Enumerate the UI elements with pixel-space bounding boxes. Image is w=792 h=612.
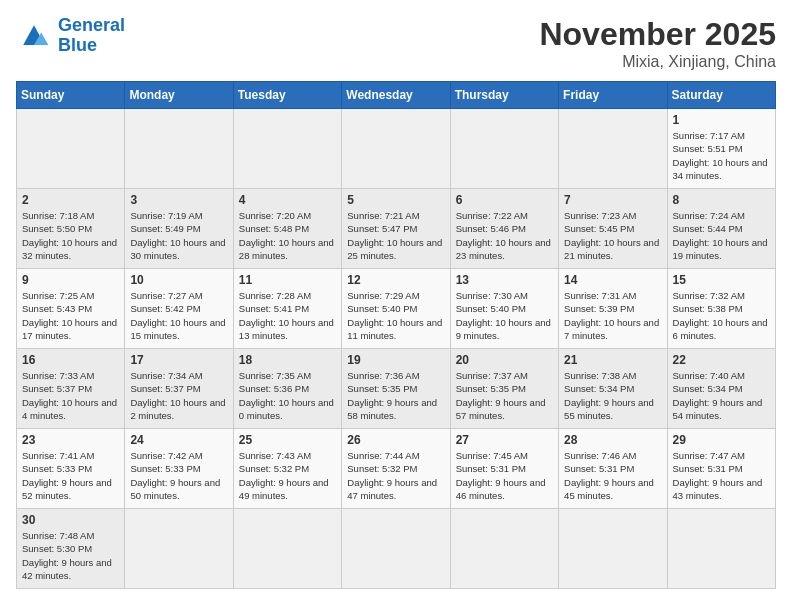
table-row: 18Sunrise: 7:35 AMSunset: 5:36 PMDayligh… [233, 349, 341, 429]
table-row: 27Sunrise: 7:45 AMSunset: 5:31 PMDayligh… [450, 429, 558, 509]
weekday-header-row: Sunday Monday Tuesday Wednesday Thursday… [17, 82, 776, 109]
table-row [667, 509, 775, 589]
header-friday: Friday [559, 82, 667, 109]
table-row [559, 509, 667, 589]
day-number: 5 [347, 193, 444, 207]
header-saturday: Saturday [667, 82, 775, 109]
month-title: November 2025 [539, 16, 776, 53]
calendar-row: 2Sunrise: 7:18 AMSunset: 5:50 PMDaylight… [17, 189, 776, 269]
table-row [450, 109, 558, 189]
header-tuesday: Tuesday [233, 82, 341, 109]
day-number: 11 [239, 273, 336, 287]
day-number: 29 [673, 433, 770, 447]
table-row: 22Sunrise: 7:40 AMSunset: 5:34 PMDayligh… [667, 349, 775, 429]
location-title: Mixia, Xinjiang, China [539, 53, 776, 71]
day-number: 10 [130, 273, 227, 287]
day-info: Sunrise: 7:29 AMSunset: 5:40 PMDaylight:… [347, 289, 444, 342]
table-row: 3Sunrise: 7:19 AMSunset: 5:49 PMDaylight… [125, 189, 233, 269]
header-thursday: Thursday [450, 82, 558, 109]
day-info: Sunrise: 7:36 AMSunset: 5:35 PMDaylight:… [347, 369, 444, 422]
day-number: 2 [22, 193, 119, 207]
title-block: November 2025 Mixia, Xinjiang, China [539, 16, 776, 71]
day-info: Sunrise: 7:20 AMSunset: 5:48 PMDaylight:… [239, 209, 336, 262]
day-number: 30 [22, 513, 119, 527]
day-info: Sunrise: 7:27 AMSunset: 5:42 PMDaylight:… [130, 289, 227, 342]
day-number: 7 [564, 193, 661, 207]
table-row [233, 509, 341, 589]
day-number: 28 [564, 433, 661, 447]
logo-general: General [58, 15, 125, 35]
day-number: 24 [130, 433, 227, 447]
table-row: 4Sunrise: 7:20 AMSunset: 5:48 PMDaylight… [233, 189, 341, 269]
header-sunday: Sunday [17, 82, 125, 109]
day-info: Sunrise: 7:48 AMSunset: 5:30 PMDaylight:… [22, 529, 119, 582]
table-row: 6Sunrise: 7:22 AMSunset: 5:46 PMDaylight… [450, 189, 558, 269]
calendar-row: 1Sunrise: 7:17 AMSunset: 5:51 PMDaylight… [17, 109, 776, 189]
header-wednesday: Wednesday [342, 82, 450, 109]
day-info: Sunrise: 7:31 AMSunset: 5:39 PMDaylight:… [564, 289, 661, 342]
day-info: Sunrise: 7:23 AMSunset: 5:45 PMDaylight:… [564, 209, 661, 262]
day-number: 17 [130, 353, 227, 367]
table-row [125, 509, 233, 589]
day-number: 3 [130, 193, 227, 207]
day-number: 12 [347, 273, 444, 287]
day-number: 23 [22, 433, 119, 447]
day-number: 15 [673, 273, 770, 287]
day-number: 18 [239, 353, 336, 367]
table-row: 9Sunrise: 7:25 AMSunset: 5:43 PMDaylight… [17, 269, 125, 349]
table-row: 28Sunrise: 7:46 AMSunset: 5:31 PMDayligh… [559, 429, 667, 509]
day-number: 26 [347, 433, 444, 447]
header-monday: Monday [125, 82, 233, 109]
day-info: Sunrise: 7:37 AMSunset: 5:35 PMDaylight:… [456, 369, 553, 422]
table-row: 8Sunrise: 7:24 AMSunset: 5:44 PMDaylight… [667, 189, 775, 269]
day-info: Sunrise: 7:28 AMSunset: 5:41 PMDaylight:… [239, 289, 336, 342]
table-row [450, 509, 558, 589]
table-row: 30Sunrise: 7:48 AMSunset: 5:30 PMDayligh… [17, 509, 125, 589]
day-number: 1 [673, 113, 770, 127]
day-info: Sunrise: 7:17 AMSunset: 5:51 PMDaylight:… [673, 129, 770, 182]
table-row [342, 509, 450, 589]
day-number: 14 [564, 273, 661, 287]
day-info: Sunrise: 7:46 AMSunset: 5:31 PMDaylight:… [564, 449, 661, 502]
table-row: 11Sunrise: 7:28 AMSunset: 5:41 PMDayligh… [233, 269, 341, 349]
day-info: Sunrise: 7:22 AMSunset: 5:46 PMDaylight:… [456, 209, 553, 262]
day-info: Sunrise: 7:30 AMSunset: 5:40 PMDaylight:… [456, 289, 553, 342]
logo: General Blue [16, 16, 125, 56]
day-number: 16 [22, 353, 119, 367]
calendar-row: 9Sunrise: 7:25 AMSunset: 5:43 PMDaylight… [17, 269, 776, 349]
table-row: 5Sunrise: 7:21 AMSunset: 5:47 PMDaylight… [342, 189, 450, 269]
table-row [342, 109, 450, 189]
day-number: 22 [673, 353, 770, 367]
table-row [125, 109, 233, 189]
day-info: Sunrise: 7:32 AMSunset: 5:38 PMDaylight:… [673, 289, 770, 342]
table-row: 17Sunrise: 7:34 AMSunset: 5:37 PMDayligh… [125, 349, 233, 429]
day-info: Sunrise: 7:47 AMSunset: 5:31 PMDaylight:… [673, 449, 770, 502]
table-row: 14Sunrise: 7:31 AMSunset: 5:39 PMDayligh… [559, 269, 667, 349]
calendar-row: 30Sunrise: 7:48 AMSunset: 5:30 PMDayligh… [17, 509, 776, 589]
table-row [17, 109, 125, 189]
day-number: 19 [347, 353, 444, 367]
page-header: General Blue November 2025 Mixia, Xinjia… [16, 16, 776, 71]
day-number: 25 [239, 433, 336, 447]
table-row: 23Sunrise: 7:41 AMSunset: 5:33 PMDayligh… [17, 429, 125, 509]
day-number: 27 [456, 433, 553, 447]
day-info: Sunrise: 7:45 AMSunset: 5:31 PMDaylight:… [456, 449, 553, 502]
table-row: 29Sunrise: 7:47 AMSunset: 5:31 PMDayligh… [667, 429, 775, 509]
table-row: 26Sunrise: 7:44 AMSunset: 5:32 PMDayligh… [342, 429, 450, 509]
day-number: 20 [456, 353, 553, 367]
calendar-table: Sunday Monday Tuesday Wednesday Thursday… [16, 81, 776, 589]
day-info: Sunrise: 7:40 AMSunset: 5:34 PMDaylight:… [673, 369, 770, 422]
day-info: Sunrise: 7:34 AMSunset: 5:37 PMDaylight:… [130, 369, 227, 422]
day-info: Sunrise: 7:41 AMSunset: 5:33 PMDaylight:… [22, 449, 119, 502]
day-number: 21 [564, 353, 661, 367]
day-info: Sunrise: 7:33 AMSunset: 5:37 PMDaylight:… [22, 369, 119, 422]
table-row: 10Sunrise: 7:27 AMSunset: 5:42 PMDayligh… [125, 269, 233, 349]
day-info: Sunrise: 7:24 AMSunset: 5:44 PMDaylight:… [673, 209, 770, 262]
table-row: 7Sunrise: 7:23 AMSunset: 5:45 PMDaylight… [559, 189, 667, 269]
logo-icon [16, 18, 52, 54]
table-row: 21Sunrise: 7:38 AMSunset: 5:34 PMDayligh… [559, 349, 667, 429]
table-row [559, 109, 667, 189]
day-number: 8 [673, 193, 770, 207]
table-row: 19Sunrise: 7:36 AMSunset: 5:35 PMDayligh… [342, 349, 450, 429]
calendar-row: 16Sunrise: 7:33 AMSunset: 5:37 PMDayligh… [17, 349, 776, 429]
